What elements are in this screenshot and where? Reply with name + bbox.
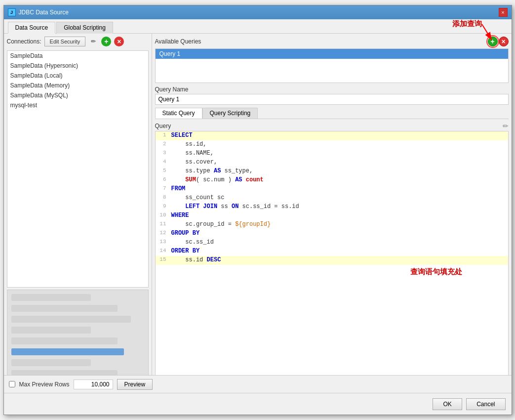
- ok-button[interactable]: OK: [433, 398, 462, 410]
- edit-security-button[interactable]: Edit Security: [44, 37, 86, 46]
- code-line: 8 ss_count sc: [156, 194, 508, 203]
- query-type-tabs: Static Query Query Scripting: [155, 108, 509, 119]
- main-content: Connections: Edit Security ✏ + × SampleD…: [4, 34, 512, 391]
- tab-datasource[interactable]: Data Source: [8, 22, 56, 34]
- add-connection-button[interactable]: +: [101, 37, 111, 46]
- blur-row: [11, 305, 118, 312]
- connection-item[interactable]: SampleData (Memory): [7, 81, 148, 90]
- available-queries-section: Available Queries + × Query 1: [155, 37, 509, 83]
- bottom-bar: Max Preview Rows Preview: [4, 375, 512, 393]
- left-bottom-panel: [7, 290, 149, 388]
- code-line: 15 ss.id DESC: [156, 256, 508, 265]
- blur-row: [11, 294, 91, 301]
- connection-item[interactable]: SampleData: [7, 51, 148, 61]
- query-name-input[interactable]: [155, 94, 509, 105]
- code-line: 5 ss.type AS ss_type,: [156, 167, 508, 176]
- code-line: 1 SELECT: [156, 131, 508, 140]
- code-line: 10 WHERE: [156, 211, 508, 220]
- available-queries-label: Available Queries: [155, 38, 201, 45]
- tab-static-query[interactable]: Static Query: [155, 108, 202, 119]
- blur-row: [11, 359, 91, 366]
- app-icon: J: [8, 8, 16, 16]
- edit-query-icon[interactable]: ✏: [503, 122, 509, 130]
- tab-query-scripting[interactable]: Query Scripting: [202, 108, 258, 119]
- right-panel: Available Queries + × Query 1 Query Name…: [152, 34, 512, 391]
- query-name-section: Query Name: [155, 86, 509, 105]
- tab-global-scripting[interactable]: Global Scripting: [56, 22, 113, 34]
- queries-list: Query 1: [155, 48, 509, 83]
- code-line: 13 sc.ss_id: [156, 238, 508, 247]
- code-line: 6 SUM( sc.num ) AS count: [156, 176, 508, 185]
- code-line: 11 sc.group_id = ${groupId}: [156, 220, 508, 229]
- query-name-label: Query Name: [155, 86, 509, 93]
- code-line: 14 ORDER BY: [156, 247, 508, 256]
- connections-label: Connections:: [7, 38, 41, 45]
- title-bar: J JDBC Data Source ×: [4, 5, 512, 19]
- connection-item[interactable]: SampleData (Hypersonic): [7, 61, 148, 71]
- query-section: Query ✏ 1 SELECT 2 ss.id,: [155, 122, 509, 388]
- connections-bar: Connections: Edit Security ✏ + ×: [7, 37, 149, 46]
- close-button[interactable]: ×: [499, 8, 508, 17]
- code-line: 9 LEFT JOIN ss ON sc.ss_id = ss.id: [156, 203, 508, 211]
- cancel-button[interactable]: Cancel: [466, 398, 505, 410]
- blur-row-selected: [11, 348, 124, 355]
- code-line: 2 ss.id,: [156, 140, 508, 149]
- blur-row: [11, 337, 118, 344]
- action-bar: OK Cancel: [4, 393, 512, 415]
- max-preview-checkbox[interactable]: [9, 381, 15, 387]
- add-query-button[interactable]: +: [488, 37, 498, 46]
- queries-section-header: Available Queries + ×: [155, 37, 509, 46]
- connection-list: SampleData SampleData (Hypersonic) Sampl…: [7, 50, 149, 288]
- code-line: 12 GROUP BY: [156, 229, 508, 238]
- title-bar-left: J JDBC Data Source: [8, 8, 69, 16]
- query-item[interactable]: Query 1: [156, 49, 508, 59]
- max-preview-input[interactable]: [74, 379, 113, 389]
- remove-connection-button[interactable]: ×: [114, 37, 124, 46]
- dialog-window: J JDBC Data Source × Data Source Global …: [3, 5, 512, 415]
- blur-row: [11, 316, 131, 323]
- dialog-title: JDBC Data Source: [19, 9, 69, 16]
- code-line: 3 ss.NAME,: [156, 149, 508, 158]
- query-action-buttons: + ×: [488, 37, 509, 46]
- left-panel: Connections: Edit Security ✏ + × SampleD…: [4, 34, 152, 391]
- query-label: Query: [155, 123, 171, 129]
- blur-row: [11, 327, 91, 334]
- query-header: Query ✏: [155, 122, 509, 130]
- remove-query-button[interactable]: ×: [499, 37, 509, 46]
- edit-connection-button[interactable]: ✏: [88, 37, 98, 46]
- code-line: 4 ss.cover,: [156, 158, 508, 167]
- max-preview-label: Max Preview Rows: [19, 381, 70, 388]
- connection-item[interactable]: SampleData (MySQL): [7, 90, 148, 100]
- query-editor[interactable]: 1 SELECT 2 ss.id, 3 ss.NAME,: [155, 131, 509, 388]
- preview-button[interactable]: Preview: [117, 379, 153, 390]
- code-line: 7 FROM: [156, 185, 508, 194]
- connection-item[interactable]: mysql-test: [7, 100, 148, 110]
- tab-bar: Data Source Global Scripting: [4, 19, 512, 34]
- connection-item[interactable]: SampleData (Local): [7, 71, 148, 81]
- blurred-content: [7, 290, 148, 388]
